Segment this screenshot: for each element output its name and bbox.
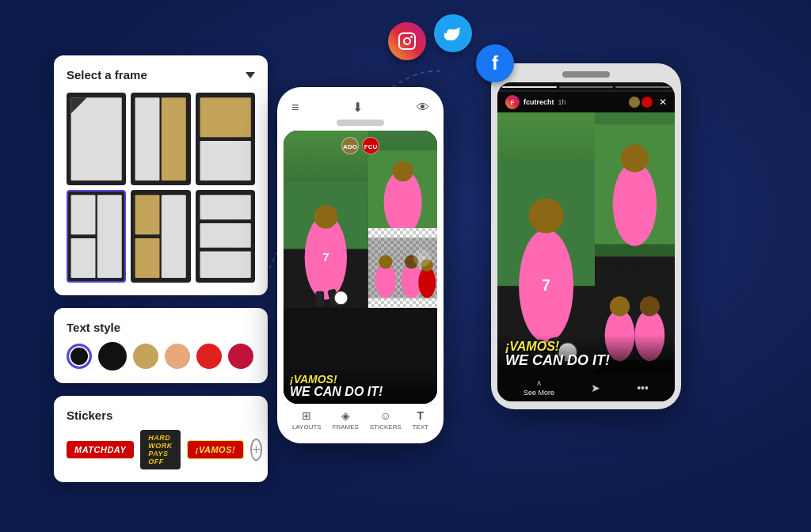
preview-phone: F fcutrecht 1h ✕ <box>491 63 681 409</box>
svg-point-1 <box>404 38 410 44</box>
svg-text:ADO: ADO <box>343 143 357 150</box>
send-icon[interactable]: ➤ <box>591 382 600 394</box>
sticker-vamos[interactable]: ¡VAMOS! <box>187 440 244 459</box>
swatch-red[interactable] <box>196 344 222 369</box>
editor-phone: ≡ ⬇ 👁 ADO F <box>277 87 444 443</box>
social-icons-group: f <box>388 22 514 66</box>
story-username: fcutrecht <box>524 98 554 106</box>
svg-text:FCU: FCU <box>364 143 378 150</box>
svg-rect-22 <box>200 223 250 248</box>
frames-button[interactable]: ◈ FRAMES <box>333 409 359 431</box>
text-style-title: Text style <box>67 321 255 334</box>
svg-rect-13 <box>71 195 96 234</box>
progress-bar-2 <box>559 86 614 88</box>
text-button[interactable]: T TEXT <box>413 409 428 431</box>
progress-bar-3 <box>615 86 670 88</box>
preview-phone-shell: F fcutrecht 1h ✕ <box>491 63 681 409</box>
svg-rect-0 <box>399 33 415 49</box>
download-icon[interactable]: ⬇ <box>352 100 363 115</box>
story-avatar: F <box>505 95 520 109</box>
preview-logo-left <box>629 97 640 108</box>
collage-main-photo: 7 <box>284 131 368 308</box>
svg-point-31 <box>314 205 337 229</box>
more-options-icon[interactable]: ••• <box>637 382 649 394</box>
svg-rect-7 <box>135 97 160 180</box>
svg-text:7: 7 <box>322 250 329 264</box>
stickers-card: Stickers MATCHDAY HARD WORKPAYS OFF ¡VAM… <box>54 396 268 482</box>
svg-rect-23 <box>200 252 250 278</box>
sticker-matchday[interactable]: MATCHDAY <box>67 441 134 458</box>
svg-rect-10 <box>200 97 250 137</box>
vamos-text: ¡VAMOS! <box>290 374 431 385</box>
svg-rect-18 <box>135 238 160 278</box>
swatch-crimson[interactable] <box>228 344 253 369</box>
svg-point-61 <box>640 296 660 316</box>
preview-vamos-text: ¡VAMOS! <box>505 340 667 353</box>
svg-point-35 <box>334 291 348 305</box>
dropdown-arrow-icon[interactable] <box>246 72 255 78</box>
preview-team-logos <box>629 97 653 108</box>
preview-status-bar: F fcutrecht 1h ✕ <box>497 92 675 112</box>
frame-selector-title: Select a frame <box>67 68 147 82</box>
stickers-title: Stickers <box>67 408 255 422</box>
svg-point-41 <box>379 255 392 268</box>
svg-point-38 <box>392 161 413 181</box>
phone-notch <box>337 120 384 126</box>
preview-side-top <box>595 112 675 256</box>
svg-rect-4 <box>71 97 122 180</box>
we-can-text: WE CAN DO IT! <box>290 385 431 399</box>
svg-rect-15 <box>97 195 122 278</box>
editor-screen: ADO FCU <box>284 131 437 404</box>
instagram-icon[interactable] <box>388 22 426 60</box>
collage-grid: 7 <box>284 131 437 308</box>
editor-collage: ADO FCU <box>284 131 437 404</box>
swatch-gold[interactable] <box>133 344 158 369</box>
team-logo-right: FCU <box>362 137 379 154</box>
frame-option-2[interactable] <box>131 93 190 185</box>
svg-rect-11 <box>200 141 250 180</box>
frame-option-5[interactable] <box>131 190 190 283</box>
frame-option-6[interactable] <box>196 190 255 283</box>
menu-icon[interactable]: ≡ <box>291 101 299 115</box>
see-more-label[interactable]: See More <box>524 389 554 397</box>
match-text-overlay: ¡VAMOS! WE CAN DO IT! <box>284 367 437 404</box>
svg-rect-21 <box>200 195 250 219</box>
svg-point-40 <box>375 264 395 298</box>
story-content: 7 <box>497 112 675 374</box>
stickers-button[interactable]: ☺ STICKERS <box>370 409 402 431</box>
sticker-row: MATCHDAY HARD WORKPAYS OFF ¡VAMOS! + <box>67 430 255 469</box>
preview-we-can-text: WE CAN DO IT! <box>505 353 667 369</box>
sticker-add-button[interactable]: + <box>250 439 262 461</box>
frame-selector-card: Select a frame <box>54 55 268 295</box>
frame-option-4[interactable] <box>67 190 126 283</box>
editor-toolbar-top: ≡ ⬇ 👁 <box>284 95 437 120</box>
svg-rect-8 <box>162 97 186 180</box>
svg-point-44 <box>418 268 436 298</box>
collage-side-bottom-photo <box>368 228 437 308</box>
frame-option-3[interactable] <box>196 93 255 185</box>
swatch-black[interactable] <box>67 344 92 369</box>
team-logos: ADO FCU <box>341 137 379 154</box>
text-style-card: Text style <box>54 308 268 383</box>
story-time: 1h <box>558 98 566 106</box>
swatch-black-large[interactable] <box>98 342 127 370</box>
team-logo-left: ADO <box>341 137 359 154</box>
close-story-icon[interactable]: ✕ <box>659 97 667 108</box>
preview-phone-notch <box>562 71 610 78</box>
svg-rect-33 <box>316 291 325 306</box>
swatch-peach[interactable] <box>165 344 190 369</box>
eye-icon[interactable]: 👁 <box>417 101 429 115</box>
collage-side-photos <box>368 131 437 308</box>
preview-text-overlay: ¡VAMOS! WE CAN DO IT! <box>497 334 675 374</box>
frame-option-1[interactable] <box>67 93 126 185</box>
chevron-up-icon: ∧ <box>536 378 542 387</box>
svg-point-55 <box>613 162 657 246</box>
preview-bottom-bar: ∧ See More ➤ ••• <box>497 374 675 401</box>
preview-logo-right <box>642 97 653 108</box>
sticker-hardwork[interactable]: HARD WORKPAYS OFF <box>140 430 181 469</box>
frame-selector-header[interactable]: Select a frame <box>67 68 255 82</box>
twitter-icon[interactable] <box>434 14 472 52</box>
color-swatches <box>67 342 255 370</box>
facebook-icon[interactable]: f <box>476 44 514 82</box>
layouts-button[interactable]: ⊞ LAYOUTS <box>292 409 322 431</box>
